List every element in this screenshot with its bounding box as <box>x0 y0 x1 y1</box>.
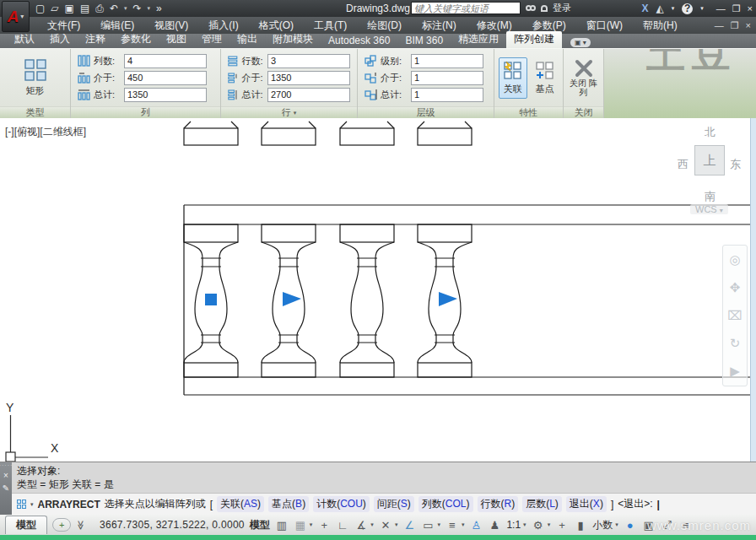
tray-badge-icon[interactable]: ● <box>624 517 637 532</box>
model-tab[interactable]: 模型 <box>5 516 47 534</box>
new-layout-tab[interactable]: + <box>52 518 71 532</box>
drawing-canvas[interactable]: Y X [-][俯视][二维线框] 北 南 西 东 上 WCS ▾ ◎ ✥ ⌧ … <box>0 118 756 462</box>
open-file-icon[interactable]: ▱ <box>51 3 58 14</box>
menu-help[interactable]: 帮助(H) <box>633 19 688 33</box>
base-point-button[interactable]: 基点 <box>531 57 559 99</box>
menu-view[interactable]: 视图(V) <box>144 19 198 33</box>
option-basepoint[interactable]: 基点(B) <box>268 496 309 512</box>
menu-modify[interactable]: 修改(M) <box>467 19 522 33</box>
tab-manage[interactable]: 管理 <box>194 31 230 48</box>
row-count-input[interactable] <box>267 54 350 68</box>
signin-label[interactable]: 登录 <box>553 2 571 14</box>
wcs-menu[interactable]: WCS ▾ <box>690 204 728 214</box>
menu-insert[interactable]: 插入(I) <box>198 19 248 33</box>
menu-format[interactable]: 格式(O) <box>249 19 304 33</box>
level-between-input[interactable] <box>411 71 483 85</box>
dynamic-ucs-icon[interactable]: ▭ <box>421 517 435 532</box>
print-icon[interactable]: ⎙ <box>95 3 104 14</box>
tab-autodesk360[interactable]: Autodesk 360 <box>321 34 397 48</box>
qat-more-icon[interactable]: » <box>156 3 162 14</box>
gear-caret-icon[interactable]: ▾ <box>548 521 551 528</box>
osnap-caret-icon[interactable]: ▾ <box>395 521 398 528</box>
option-spacing[interactable]: 间距(S) <box>374 496 414 512</box>
ribbon-minimize-button[interactable]: ▣▾ <box>570 38 591 47</box>
menu-dimension[interactable]: 标注(N) <box>412 19 467 33</box>
viewcube-south[interactable]: 南 <box>705 189 716 204</box>
option-columns[interactable]: 列数(COL) <box>418 496 473 512</box>
tab-addins[interactable]: 附加模块 <box>265 31 321 48</box>
menu-draw[interactable]: 绘图(D) <box>357 19 412 33</box>
menu-window[interactable]: 窗口(W) <box>576 19 633 33</box>
annotation-monitor-icon[interactable]: + <box>555 517 569 532</box>
zoom-extents-icon[interactable]: ⌧ <box>727 308 742 323</box>
command-line[interactable]: ▾ ARRAYRECT 选择夹点以编辑阵列或 [ 关联(AS) 基点(B) 计数… <box>12 493 756 515</box>
model-space-toggle[interactable]: 模型 <box>250 518 270 532</box>
a360-icon[interactable]: ◭ <box>656 3 663 14</box>
new-file-icon[interactable]: ▢ <box>35 3 45 14</box>
base-grip-square[interactable] <box>205 294 217 305</box>
close-button[interactable]: × <box>748 3 753 14</box>
search-input[interactable] <box>411 2 521 14</box>
annotation-scale-button[interactable]: 1:1 <box>506 519 521 531</box>
save-icon[interactable]: ▣ <box>65 3 74 14</box>
polar-caret-icon[interactable]: ▾ <box>370 521 374 528</box>
undo-caret-icon[interactable]: ▾ <box>124 5 127 12</box>
column-arrow-grip-2[interactable] <box>439 292 457 306</box>
tab-featured-apps[interactable]: 精选应用 <box>451 31 506 48</box>
tab-insert[interactable]: 插入 <box>42 31 78 48</box>
row-between-input[interactable] <box>267 71 350 85</box>
option-rows[interactable]: 行数(R) <box>478 496 519 512</box>
lwt-caret-icon[interactable]: ▾ <box>462 521 465 528</box>
column-arrow-grip[interactable] <box>283 292 301 306</box>
restore-button[interactable]: ❐ <box>732 3 741 14</box>
column-total-input[interactable] <box>124 88 207 102</box>
menu-file[interactable]: 文件(F) <box>37 19 90 33</box>
layout-chevrons-icon[interactable]: ≫ <box>76 520 87 530</box>
save-as-icon[interactable]: ▤ <box>80 3 89 14</box>
lineweight-icon[interactable]: ≡ <box>446 517 459 532</box>
snap-mode-icon[interactable]: ▦ <box>294 517 307 532</box>
panel-title-rows[interactable]: 行 ▾ <box>221 106 357 118</box>
full-navigation-wheel-icon[interactable]: ◎ <box>729 252 740 267</box>
redo-caret-icon[interactable]: ▾ <box>148 5 151 12</box>
workspace-gear-icon[interactable]: ⚙ <box>532 517 545 532</box>
object-snap-tracking-icon[interactable]: ∠ <box>402 517 416 532</box>
a360-caret-icon[interactable]: ▾ <box>672 5 675 12</box>
showmotion-icon[interactable]: ▶ <box>730 364 740 379</box>
level-total-input[interactable] <box>411 88 483 102</box>
tab-bim360[interactable]: BIM 360 <box>397 34 451 48</box>
level-count-input[interactable] <box>411 54 483 68</box>
canvas-scrollbar[interactable] <box>750 118 756 462</box>
option-count[interactable]: 计数(COU) <box>313 496 370 512</box>
units-caret-icon[interactable]: ▾ <box>615 521 618 528</box>
doc-minimize-button[interactable]: — <box>715 20 724 31</box>
help-caret-icon[interactable]: ▾ <box>700 5 704 12</box>
viewcube-north[interactable]: 北 <box>705 125 716 140</box>
doc-close-button[interactable]: × <box>746 20 751 31</box>
redo-icon[interactable]: ↷ <box>132 3 141 14</box>
option-exit[interactable]: 退出(X) <box>566 496 607 512</box>
grid-display-icon[interactable]: ▥ <box>275 517 289 532</box>
tab-home[interactable]: 默认 <box>7 31 42 48</box>
close-array-button[interactable]: 关闭 阵列 <box>568 58 600 98</box>
option-levels[interactable]: 层数(L) <box>522 496 562 512</box>
doc-restore-button[interactable]: ❐ <box>731 20 739 31</box>
annotation-autoscale-icon[interactable]: ♟ <box>488 517 501 532</box>
viewport-controls[interactable]: [-][俯视][二维线框] <box>5 125 86 139</box>
viewcube-east[interactable]: 东 <box>730 157 741 172</box>
dynamic-input-icon[interactable]: + <box>317 517 331 532</box>
ortho-icon[interactable]: ∟ <box>336 517 349 532</box>
command-customize-icon[interactable]: ✎ <box>3 483 9 493</box>
app-menu-button[interactable]: A ▾ <box>2 1 30 32</box>
tab-parametric[interactable]: 参数化 <box>113 31 159 48</box>
tab-array-creation[interactable]: 阵列创建 <box>506 31 562 48</box>
recent-commands-caret-icon[interactable]: ▾ <box>30 501 34 508</box>
tab-view[interactable]: 视图 <box>159 31 194 48</box>
pan-icon[interactable]: ✥ <box>730 280 741 295</box>
column-count-input[interactable] <box>124 54 207 68</box>
ducs-caret-icon[interactable]: ▾ <box>437 521 440 528</box>
annotation-visibility-icon[interactable]: ♙ <box>469 517 483 532</box>
tab-output[interactable]: 输出 <box>230 31 265 48</box>
menu-parametric[interactable]: 参数(P) <box>522 19 576 33</box>
object-snap-icon[interactable]: ✕ <box>379 517 392 532</box>
